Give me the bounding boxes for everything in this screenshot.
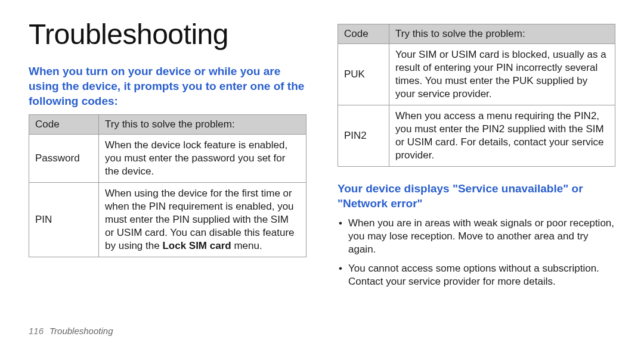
right-column: Code Try this to solve the problem: PUK … bbox=[338, 18, 615, 294]
table-row: Password When the device lock feature is… bbox=[29, 135, 306, 183]
code-cell: Password bbox=[29, 135, 99, 183]
page: Troubleshooting When you turn on your de… bbox=[0, 0, 644, 294]
codes-table-left: Code Try this to solve the problem: Pass… bbox=[29, 114, 306, 257]
list-item: When you are in areas with weak signals … bbox=[338, 217, 615, 256]
code-cell: PUK bbox=[338, 44, 389, 105]
table-row: PIN2 When you access a menu requiring th… bbox=[338, 105, 615, 167]
table-row: PUK Your SIM or USIM card is blocked, us… bbox=[338, 44, 615, 105]
th-code: Code bbox=[29, 115, 99, 135]
try-cell: When the device lock feature is enabled,… bbox=[99, 135, 306, 183]
code-cell: PIN2 bbox=[338, 105, 389, 167]
th-try: Try this to solve the problem: bbox=[389, 24, 615, 44]
page-title: Troubleshooting bbox=[29, 18, 306, 51]
codes-table-right-wrap: Code Try this to solve the problem: PUK … bbox=[338, 24, 615, 167]
try-text-bold: Lock SIM card bbox=[162, 240, 231, 251]
try-cell: Your SIM or USIM card is blocked, usuall… bbox=[389, 44, 615, 105]
table-row: PIN When using the device for the first … bbox=[29, 183, 306, 257]
try-text-suffix: menu. bbox=[231, 240, 262, 251]
try-cell: When you access a menu requiring the PIN… bbox=[389, 105, 615, 167]
page-number: 116 bbox=[29, 326, 44, 336]
section1-heading: When you turn on your device or while yo… bbox=[29, 64, 306, 108]
section2-heading: Your device displays "Service unavailabl… bbox=[338, 181, 615, 211]
code-cell: PIN bbox=[29, 183, 99, 257]
section2-bullets: When you are in areas with weak signals … bbox=[338, 217, 615, 288]
left-column: Troubleshooting When you turn on your de… bbox=[29, 18, 306, 294]
codes-table-right: Code Try this to solve the problem: PUK … bbox=[338, 24, 615, 167]
try-cell: When using the device for the first time… bbox=[99, 183, 306, 257]
footer-section: Troubleshooting bbox=[49, 326, 113, 336]
section2: Your device displays "Service unavailabl… bbox=[338, 181, 615, 288]
list-item: You cannot access some options without a… bbox=[338, 262, 615, 288]
th-try: Try this to solve the problem: bbox=[99, 115, 306, 135]
page-footer: 116 Troubleshooting bbox=[29, 326, 113, 336]
th-code: Code bbox=[338, 24, 389, 44]
